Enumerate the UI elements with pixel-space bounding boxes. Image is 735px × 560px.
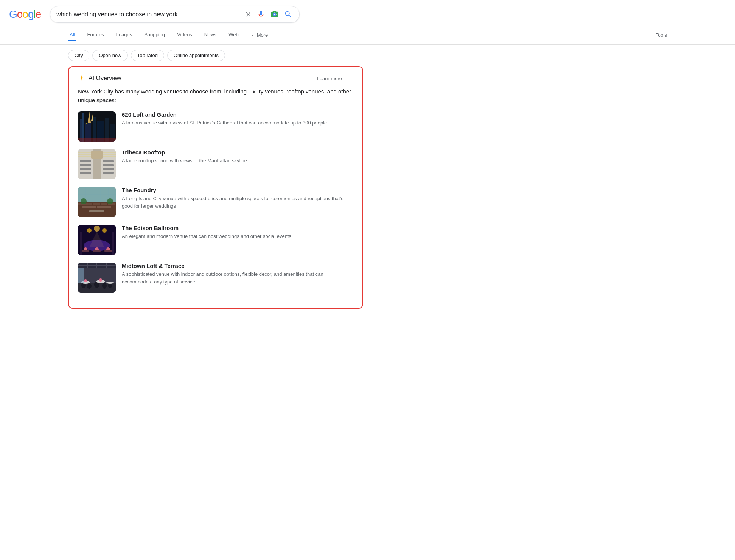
tab-web[interactable]: Web xyxy=(227,29,240,41)
ai-overview-title-group: AI Overview xyxy=(78,75,121,82)
svg-rect-24 xyxy=(80,172,91,174)
venue-name-1[interactable]: 620 Loft and Garden xyxy=(122,111,353,118)
venue-info-3: The Foundry A Long Island City venue wit… xyxy=(122,187,353,210)
venue-image-4 xyxy=(78,225,116,255)
svg-point-81 xyxy=(84,279,87,282)
venue-info-4: The Edison Ballroom An elegant and moder… xyxy=(122,225,353,240)
svg-rect-63 xyxy=(104,250,112,252)
logo-o1: o xyxy=(17,8,23,20)
filter-top-rated[interactable]: Top rated xyxy=(131,50,164,61)
svg-point-0 xyxy=(273,13,276,16)
tab-tools[interactable]: Tools xyxy=(656,32,667,38)
tab-more[interactable]: ⋮ More xyxy=(249,31,268,39)
svg-rect-28 xyxy=(103,172,114,174)
tab-news[interactable]: News xyxy=(203,29,218,41)
list-item: Midtown Loft & Terrace A sophisticated v… xyxy=(78,263,353,293)
svg-rect-62 xyxy=(93,250,101,252)
list-item: The Edison Ballroom An elegant and moder… xyxy=(78,225,353,255)
svg-rect-64 xyxy=(80,232,82,255)
svg-point-76 xyxy=(102,283,107,289)
svg-rect-22 xyxy=(80,164,91,166)
logo-e: e xyxy=(36,8,41,20)
header: Google xyxy=(0,0,735,23)
venue-image-3 xyxy=(78,187,116,217)
filter-city[interactable]: City xyxy=(68,50,89,61)
ai-description: New York City has many wedding venues to… xyxy=(78,87,353,104)
svg-rect-14 xyxy=(78,138,116,142)
svg-rect-40 xyxy=(85,203,92,205)
venue-info-1: 620 Loft and Garden A famous venue with … xyxy=(122,111,353,127)
svg-rect-61 xyxy=(82,250,89,252)
ai-spark-icon xyxy=(78,75,85,82)
venue-desc-1: A famous venue with a view of St. Patric… xyxy=(122,119,353,127)
svg-rect-83 xyxy=(78,268,84,283)
more-options-icon[interactable]: ⋮ xyxy=(347,75,353,82)
svg-rect-13 xyxy=(98,121,98,122)
svg-rect-42 xyxy=(101,203,107,205)
logo-g2: g xyxy=(28,8,34,20)
svg-point-74 xyxy=(87,283,92,289)
svg-rect-11 xyxy=(81,120,81,120)
filter-open-now[interactable]: Open now xyxy=(92,50,127,61)
search-icons xyxy=(244,9,293,19)
svg-point-80 xyxy=(106,282,114,284)
search-button[interactable] xyxy=(283,9,293,19)
tab-images[interactable]: Images xyxy=(115,29,134,41)
tab-all[interactable]: All xyxy=(68,29,76,41)
venue-image-5 xyxy=(78,263,116,293)
venue-image-2 xyxy=(78,149,116,179)
svg-rect-41 xyxy=(93,203,100,205)
svg-point-49 xyxy=(107,198,113,204)
venue-image-1 xyxy=(78,111,116,142)
svg-rect-12 xyxy=(86,123,87,124)
ai-overview-card: AI Overview Learn more ⋮ New York City h… xyxy=(68,66,363,309)
main-content: AI Overview Learn more ⋮ New York City h… xyxy=(0,66,735,309)
svg-point-56 xyxy=(94,226,100,232)
venue-name-4[interactable]: The Edison Ballroom xyxy=(122,225,353,231)
google-logo[interactable]: Google xyxy=(9,8,41,20)
tab-forums[interactable]: Forums xyxy=(85,29,105,41)
svg-rect-44 xyxy=(82,206,89,208)
svg-rect-29 xyxy=(91,151,103,159)
venue-info-5: Midtown Loft & Terrace A sophisticated v… xyxy=(122,263,353,285)
tab-shopping[interactable]: Shopping xyxy=(143,29,166,41)
svg-rect-21 xyxy=(80,160,91,162)
tab-videos[interactable]: Videos xyxy=(176,29,194,41)
filter-online-appointments[interactable]: Online appointments xyxy=(167,50,225,61)
clear-button[interactable] xyxy=(244,10,252,19)
lens-button[interactable] xyxy=(270,9,280,19)
logo-g: G xyxy=(9,8,17,20)
learn-more-link[interactable]: Learn more xyxy=(317,76,342,81)
venue-desc-3: A Long Island City venue with exposed br… xyxy=(122,195,353,210)
list-item: 620 Loft and Garden A famous venue with … xyxy=(78,111,353,142)
search-bar xyxy=(50,6,300,23)
svg-point-82 xyxy=(99,278,102,282)
search-input[interactable] xyxy=(56,11,241,18)
list-item: The Foundry A Long Island City venue wit… xyxy=(78,187,353,217)
logo-o2: o xyxy=(22,8,28,20)
svg-point-54 xyxy=(87,228,92,233)
svg-rect-65 xyxy=(112,232,114,255)
svg-rect-45 xyxy=(89,206,96,208)
venue-name-2[interactable]: Tribeca Rooftop xyxy=(122,149,353,156)
filter-pills: City Open now Top rated Online appointme… xyxy=(0,45,735,66)
venue-name-5[interactable]: Midtown Loft & Terrace xyxy=(122,263,353,269)
svg-point-48 xyxy=(81,198,87,204)
ai-overview-actions: Learn more ⋮ xyxy=(317,75,353,82)
svg-rect-25 xyxy=(103,160,114,162)
svg-rect-47 xyxy=(104,206,111,208)
list-item: Tribeca Rooftop A large rooftop venue wi… xyxy=(78,149,353,179)
venue-desc-4: An elegant and modern venue that can hos… xyxy=(122,233,353,240)
svg-rect-3 xyxy=(82,113,84,142)
svg-rect-46 xyxy=(97,206,104,208)
svg-rect-50 xyxy=(89,210,104,212)
ai-overview-header: AI Overview Learn more ⋮ xyxy=(78,75,353,82)
nav-tabs: All Forums Images Shopping Videos News W… xyxy=(0,26,735,45)
venue-name-3[interactable]: The Foundry xyxy=(122,187,353,193)
venue-desc-2: A large rooftop venue with views of the … xyxy=(122,157,353,165)
svg-point-55 xyxy=(102,228,107,233)
venue-info-2: Tribeca Rooftop A large rooftop venue wi… xyxy=(122,149,353,165)
svg-rect-26 xyxy=(103,164,114,166)
microphone-button[interactable] xyxy=(256,9,266,19)
svg-rect-23 xyxy=(80,168,91,170)
